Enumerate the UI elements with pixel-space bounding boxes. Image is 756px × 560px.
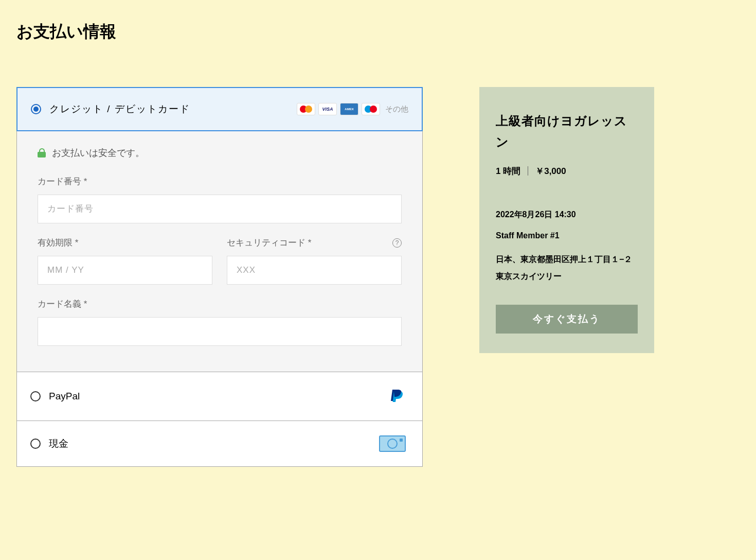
summary-address: 日本、東京都墨田区押上１丁目１−２ 東京スカイツリー bbox=[496, 251, 638, 285]
payment-option-credit-card[interactable]: クレジット / デビットカード VISA AMEX その他 bbox=[16, 87, 423, 131]
paypal-radio-label: PayPal bbox=[30, 391, 80, 402]
maestro-icon bbox=[362, 103, 380, 115]
payment-option-cash[interactable]: 現金 bbox=[16, 421, 423, 467]
mastercard-icon bbox=[297, 103, 315, 115]
credit-card-header[interactable]: クレジット / デビットカード VISA AMEX その他 bbox=[17, 88, 422, 130]
order-summary-panel: 上級者向けヨガレッスン 1 時間 ￥3,000 2022年8月26日 14:30… bbox=[479, 87, 654, 353]
summary-duration: 1 時間 bbox=[496, 165, 520, 177]
page-title: お支払い情報 bbox=[16, 21, 740, 43]
summary-datetime: 2022年8月26日 14:30 bbox=[496, 208, 638, 221]
payment-option-paypal[interactable]: PayPal bbox=[16, 372, 423, 421]
cash-radio[interactable] bbox=[30, 439, 41, 449]
other-cards-label: その他 bbox=[385, 104, 408, 114]
cash-header[interactable]: 現金 bbox=[17, 421, 422, 466]
paypal-header[interactable]: PayPal bbox=[17, 372, 422, 421]
cash-radio-label: 現金 bbox=[30, 437, 68, 450]
lock-icon bbox=[38, 148, 46, 157]
card-brand-icons: VISA AMEX その他 bbox=[297, 103, 408, 115]
visa-icon: VISA bbox=[318, 103, 337, 115]
card-name-label: カード名義 * bbox=[38, 298, 402, 310]
paypal-label: PayPal bbox=[49, 391, 80, 402]
card-name-input[interactable] bbox=[38, 317, 402, 346]
cvc-help-icon[interactable]: ? bbox=[392, 238, 402, 248]
credit-card-radio[interactable] bbox=[31, 104, 41, 114]
cvc-col: セキュリティコード * ? bbox=[227, 237, 402, 298]
summary-price: ￥3,000 bbox=[535, 165, 566, 177]
summary-meta: 1 時間 ￥3,000 bbox=[496, 165, 638, 177]
pay-now-button[interactable]: 今すぐ支払う bbox=[496, 305, 638, 334]
summary-divider bbox=[528, 166, 528, 176]
expiry-input[interactable] bbox=[38, 256, 212, 285]
summary-staff: Staff Member #1 bbox=[496, 229, 638, 242]
card-number-input[interactable] bbox=[38, 195, 402, 223]
secure-text: お支払いは安全です。 bbox=[52, 147, 145, 159]
summary-service-title: 上級者向けヨガレッスン bbox=[496, 111, 638, 153]
payment-methods-panel: クレジット / デビットカード VISA AMEX その他 お支払いは安全です。… bbox=[16, 87, 423, 467]
credit-card-form: お支払いは安全です。 カード番号 * 有効期限 * セキュリティコード * ? bbox=[16, 131, 423, 372]
credit-card-radio-label: クレジット / デビットカード bbox=[31, 102, 190, 116]
credit-card-label: クレジット / デビットカード bbox=[49, 102, 190, 116]
cvc-label-row: セキュリティコード * ? bbox=[227, 237, 402, 249]
expiry-label: 有効期限 * bbox=[38, 237, 212, 249]
cash-icon bbox=[379, 435, 406, 452]
amex-icon: AMEX bbox=[340, 103, 358, 115]
expiry-col: 有効期限 * bbox=[38, 237, 212, 298]
paypal-icon bbox=[386, 387, 406, 406]
cash-label: 現金 bbox=[49, 437, 68, 450]
paypal-radio[interactable] bbox=[30, 391, 41, 401]
card-number-label: カード番号 * bbox=[38, 176, 402, 187]
secure-notice: お支払いは安全です。 bbox=[38, 147, 402, 159]
expiry-cvc-row: 有効期限 * セキュリティコード * ? bbox=[38, 237, 402, 298]
main-container: クレジット / デビットカード VISA AMEX その他 お支払いは安全です。… bbox=[16, 87, 740, 467]
cvc-label: セキュリティコード * bbox=[227, 237, 311, 249]
cvc-input[interactable] bbox=[227, 256, 402, 285]
